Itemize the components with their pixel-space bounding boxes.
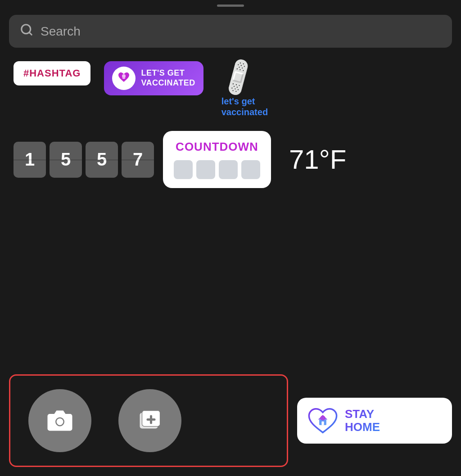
countdown-box-4 [241, 160, 260, 179]
vaccinated-sticker[interactable]: LET'S GETVACCINATED [104, 61, 203, 95]
countdown-sticker[interactable]: COUNTDOWN [163, 131, 271, 188]
search-bar[interactable]: Search [9, 15, 452, 48]
svg-point-13 [322, 417, 324, 419]
bandage-sticker[interactable]: 🩹 let's getvaccinated [221, 61, 268, 117]
flip-clock[interactable]: 1 5 5 7 [14, 142, 154, 178]
sticker-row-2: 1 5 5 7 COUNTDOWN 71°F [9, 131, 452, 188]
camera-button[interactable] [28, 389, 91, 452]
flip-digit-2-text: 5 [61, 149, 71, 170]
countdown-box-1 [174, 160, 193, 179]
search-placeholder: Search [41, 24, 81, 39]
stickers-area: #HASHTAG LET'S GETVACCINATED 🩹 let's get… [0, 57, 461, 193]
stay-home-sticker[interactable]: STAYHOME [297, 398, 452, 444]
hashtag-sticker[interactable]: #HASHTAG [14, 61, 90, 85]
flip-digit-3-text: 5 [97, 149, 107, 170]
add-media-button[interactable] [118, 389, 181, 452]
svg-line-1 [29, 32, 32, 35]
flip-digit-2: 5 [50, 142, 82, 178]
sticker-row-1: #HASHTAG LET'S GETVACCINATED 🩹 let's get… [9, 61, 452, 117]
bottom-section: STAYHOME [9, 374, 452, 467]
stay-home-icon [307, 405, 339, 436]
temperature-sticker[interactable]: 71°F [289, 144, 346, 175]
add-media-icon [136, 407, 163, 434]
search-icon [20, 23, 33, 40]
stay-home-text: STAYHOME [345, 408, 380, 433]
flip-digit-1-text: 1 [25, 149, 35, 170]
svg-rect-11 [321, 422, 324, 425]
lets-get-vaccinated-text: let's getvaccinated [221, 96, 268, 117]
flip-digit-4-text: 7 [133, 149, 143, 170]
vaccinated-label: LET'S GETVACCINATED [141, 68, 195, 88]
countdown-label: COUNTDOWN [176, 140, 258, 154]
svg-point-2 [122, 74, 126, 78]
countdown-boxes [174, 160, 260, 179]
hashtag-text: #HASHTAG [23, 67, 81, 79]
countdown-box-2 [196, 160, 215, 179]
vaccinated-icon [112, 67, 136, 90]
top-pill [217, 4, 244, 7]
bottom-buttons-container [9, 374, 288, 467]
countdown-box-3 [219, 160, 238, 179]
camera-icon [46, 407, 73, 434]
flip-digit-3: 5 [86, 142, 118, 178]
bandage-emoji: 🩹 [216, 55, 261, 99]
svg-point-4 [57, 418, 63, 425]
flip-digit-1: 1 [14, 142, 46, 178]
flip-digit-4: 7 [122, 142, 154, 178]
